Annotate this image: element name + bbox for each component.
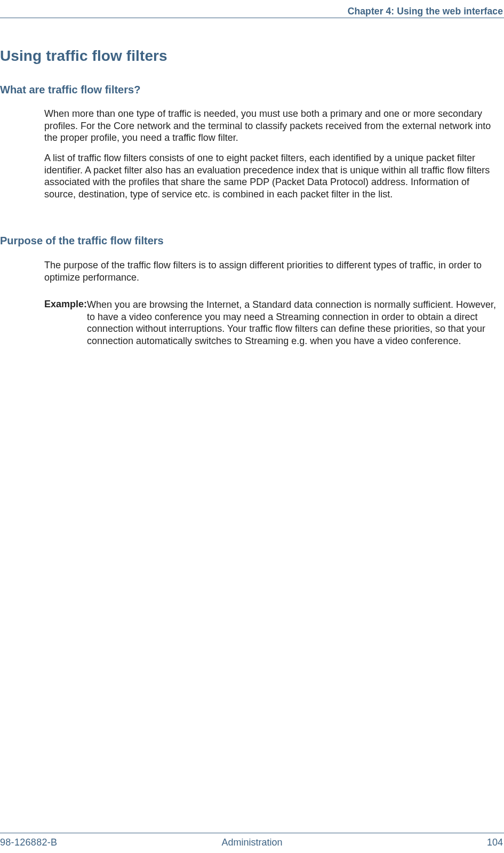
running-header-chapter: Chapter 4: Using the web interface — [348, 6, 503, 17]
heading-purpose: Purpose of the traffic flow filters — [0, 235, 164, 247]
page: Chapter 4: Using the web interface Using… — [0, 0, 504, 853]
paragraph-filter-list: A list of traffic flow filters consists … — [44, 152, 502, 200]
paragraph-purpose: The purpose of the traffic flow filters … — [44, 259, 501, 283]
heading-what-are-filters: What are traffic flow filters? — [0, 84, 140, 96]
heading-level-1: Using traffic flow filters — [0, 47, 167, 65]
footer-page-number: 104 — [487, 837, 503, 848]
header-divider — [0, 18, 504, 18]
paragraph-intro: When more than one type of traffic is ne… — [44, 108, 500, 144]
example-body: When you are browsing the Internet, a St… — [87, 299, 501, 347]
example-block: Example: When you are browsing the Inter… — [44, 299, 502, 347]
footer-divider — [0, 833, 504, 833]
example-label: Example: — [44, 299, 87, 310]
footer-section: Administration — [0, 837, 504, 848]
